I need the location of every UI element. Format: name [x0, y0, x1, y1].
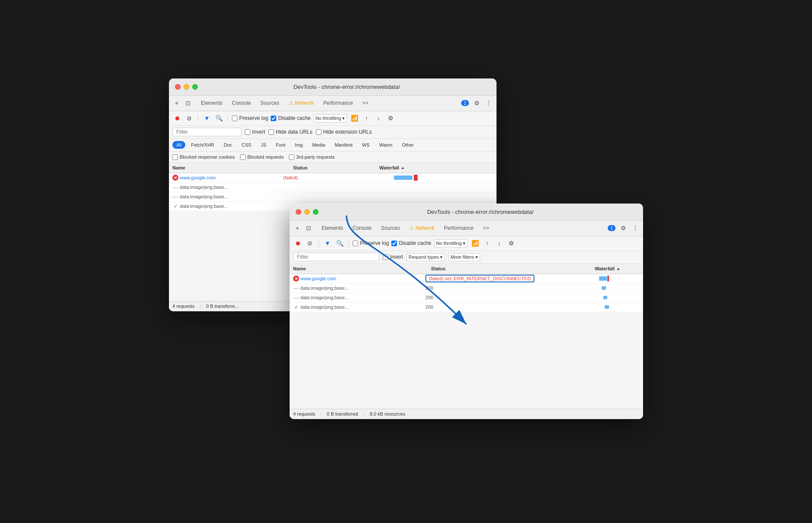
pill-css[interactable]: CSS [238, 141, 256, 149]
upload-icon[interactable]: ↑ [362, 113, 371, 123]
back-requests-count: 4 requests [172, 304, 194, 309]
tab-sources[interactable]: Sources [256, 98, 284, 108]
front-disable-cache-label[interactable]: Disable cache [391, 240, 431, 246]
back-table-row-2[interactable]: — data:image/png;base... [169, 192, 497, 202]
pill-all[interactable]: All [172, 141, 185, 149]
front-cursor-icon[interactable]: ⌖ [293, 224, 302, 232]
front-layout-icon[interactable]: ⊡ [304, 224, 313, 232]
front-tab-network[interactable]: ⚠Network [405, 223, 439, 233]
settings2-icon[interactable]: ⚙ [386, 113, 395, 123]
pill-js[interactable]: JS [257, 141, 270, 149]
front-disable-cache-checkbox[interactable] [391, 241, 397, 246]
front-row-status-3: 200 [425, 304, 589, 310]
back-table-row-0[interactable]: ✕ www.google.com (failed) [169, 173, 497, 183]
pill-fetch-xhr[interactable]: Fetch/XHR [187, 141, 218, 149]
preserve-log-label[interactable]: Preserve log [232, 115, 268, 121]
tab-console[interactable]: Console [228, 98, 255, 108]
invert-checkbox[interactable] [245, 129, 250, 135]
front-search-icon[interactable]: 🔍 [335, 238, 344, 248]
front-minimize-button[interactable] [304, 209, 310, 215]
hide-ext-urls-text: Hide extension URLs [323, 129, 372, 135]
minimize-button[interactable] [184, 84, 189, 90]
blocked-cookies-checkbox[interactable] [172, 154, 178, 160]
front-invert-label[interactable]: Invert [383, 254, 403, 260]
settings-icon[interactable]: ⚙ [472, 99, 481, 107]
front-failed-status-text: (failed) net::ERR_INTERNET_DISCONNECTED [425, 275, 534, 282]
front-table-row-2[interactable]: — data:image/png;base... 200 [290, 293, 643, 303]
front-tab-performance[interactable]: Performance [440, 223, 478, 233]
hide-ext-urls-checkbox[interactable] [316, 129, 322, 135]
more-icon[interactable]: ⋮ [484, 99, 493, 107]
invert-label[interactable]: Invert [245, 129, 265, 135]
filter-input[interactable] [172, 128, 241, 136]
front-table-row-1[interactable]: — data:image/png;base... 200 [290, 284, 643, 293]
front-invert-checkbox[interactable] [383, 254, 388, 260]
preserve-log-checkbox[interactable] [232, 116, 237, 121]
front-maximize-button[interactable] [313, 209, 319, 215]
disable-cache-label[interactable]: Disable cache [271, 115, 310, 121]
search-icon[interactable]: 🔍 [214, 113, 224, 123]
hide-ext-urls-label[interactable]: Hide extension URLs [316, 129, 372, 135]
front-settings-icon[interactable]: ⚙ [619, 224, 628, 232]
front-waterfall-1 [589, 285, 640, 291]
hide-data-urls-label[interactable]: Hide data URLs [269, 129, 312, 135]
front-filter-icon[interactable]: ▼ [323, 238, 332, 248]
front-tab-more[interactable]: >> [479, 223, 493, 233]
front-filter-input[interactable] [293, 253, 379, 261]
back-waterfall-0 [369, 174, 493, 181]
pill-img[interactable]: Img [291, 141, 306, 149]
wifi-icon[interactable]: 📶 [350, 113, 359, 123]
blocked-cookies-label[interactable]: Blocked response cookies [172, 154, 235, 160]
pill-other[interactable]: Other [398, 141, 418, 149]
front-more-filters[interactable]: More filters ▾ [448, 253, 480, 261]
front-record-button[interactable]: ⏺ [293, 238, 303, 248]
front-toolbar-divider-1 [319, 239, 319, 247]
pill-font[interactable]: Font [272, 141, 289, 149]
layout-icon[interactable]: ⊡ [184, 99, 192, 107]
front-settings2-icon[interactable]: ⚙ [506, 238, 516, 248]
close-button[interactable] [175, 84, 181, 90]
front-more-icon[interactable]: ⋮ [631, 224, 640, 232]
front-upload-icon[interactable]: ↑ [482, 238, 492, 248]
blocked-requests-checkbox[interactable] [240, 154, 246, 160]
filter-icon[interactable]: ▼ [202, 113, 212, 123]
pill-manifest[interactable]: Manifest [331, 141, 356, 149]
pill-ws[interactable]: WS [358, 141, 374, 149]
blocked-requests-label[interactable]: Blocked requests [240, 154, 284, 160]
front-row-status-0: (failed) net::ERR_INTERNET_DISCONNECTED [425, 276, 589, 281]
disable-cache-checkbox[interactable] [271, 116, 276, 121]
front-preserve-log-checkbox[interactable] [353, 241, 358, 246]
front-tab-elements[interactable]: Elements [317, 223, 347, 233]
pill-doc[interactable]: Doc [220, 141, 236, 149]
front-clear-button[interactable]: ⊘ [305, 238, 315, 248]
front-table-row-0[interactable]: ✕ www.google.com (failed) net::ERR_INTER… [290, 274, 643, 284]
front-devtools-window: DevTools - chrome-error://chromewebdata/… [290, 204, 643, 419]
clear-button[interactable]: ⊘ [184, 113, 194, 123]
tab-performance[interactable]: Performance [319, 98, 357, 108]
download-icon[interactable]: ↓ [374, 113, 383, 123]
front-throttle-select[interactable]: No throttling ▾ [434, 239, 468, 247]
pill-media[interactable]: Media [308, 141, 329, 149]
front-download-icon[interactable]: ↓ [494, 238, 504, 248]
pill-wasm[interactable]: Wasm [375, 141, 397, 149]
tab-network[interactable]: ⚠Network [284, 98, 318, 108]
back-chat-badge: 1 [461, 100, 469, 106]
front-wifi-icon[interactable]: 📶 [470, 238, 480, 248]
third-party-label[interactable]: 3rd-party requests [289, 154, 334, 160]
front-preserve-log-label[interactable]: Preserve log [353, 240, 389, 246]
tab-elements[interactable]: Elements [197, 98, 227, 108]
front-tab-sources[interactable]: Sources [377, 223, 404, 233]
back-table-row-1[interactable]: — data:image/png;base... [169, 183, 497, 192]
maximize-button[interactable] [192, 84, 198, 90]
throttle-select[interactable]: No throttling ▾ [313, 114, 347, 122]
front-table-row-3[interactable]: ✓ data:image/png;base... 200 [290, 303, 643, 312]
hide-data-urls-checkbox[interactable] [269, 129, 274, 135]
front-waterfall-0 [589, 275, 640, 282]
third-party-checkbox[interactable] [289, 154, 294, 160]
tab-more[interactable]: >> [358, 98, 373, 108]
record-button[interactable]: ⏺ [172, 113, 182, 123]
cursor-icon[interactable]: ⌖ [172, 99, 181, 107]
front-close-button[interactable] [296, 209, 301, 215]
front-tab-console[interactable]: Console [348, 223, 376, 233]
front-request-types[interactable]: Request types ▾ [406, 253, 445, 261]
